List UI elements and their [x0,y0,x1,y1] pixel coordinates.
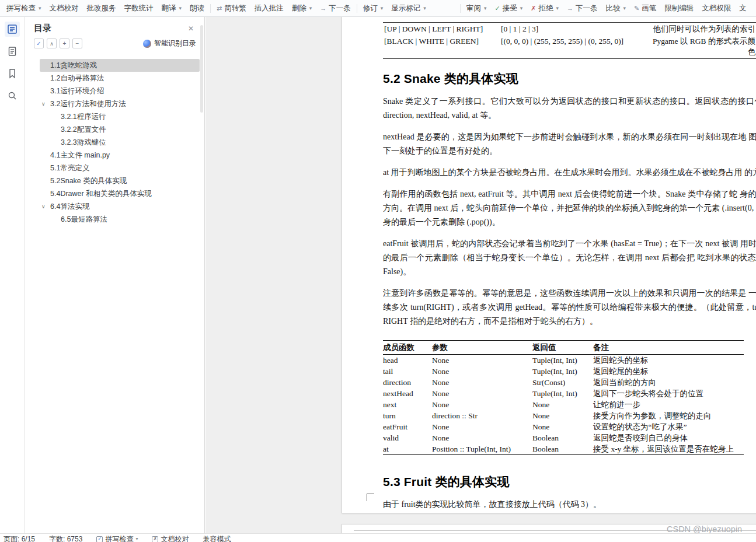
close-icon[interactable] [186,23,196,34]
toc-item[interactable]: 6.5最短路算法 [40,213,200,226]
status-spellcheck-toggle[interactable]: ✓ 拼写检查 ▾ [96,534,138,542]
table-row: head None Tuple(Int, Int) 返回蛇头的坐标 [383,354,744,366]
cell: tail [383,366,432,377]
toc-item[interactable]: 1.2自动寻路算法 [40,72,200,85]
toc-item[interactable]: 3.1运行环境介绍 [40,85,200,97]
toolbar-track-changes[interactable]: 修订 [359,0,388,16]
status-proofread-toggle[interactable]: ✗ 文档校对 [152,534,189,542]
cell: turn [383,410,432,421]
toc-item[interactable]: 5.1常亮定义 [40,162,200,174]
cell: 他们同时可以作为列表的索引 [649,23,756,36]
toc-collapse-button[interactable] [72,39,82,48]
cell: Boolean [532,432,593,443]
toc-item[interactable]: 4.1主文件 main.py [40,149,200,162]
cell: None [432,432,532,443]
toolbar-next-comment[interactable]: →下一条 [316,0,355,16]
toc-item[interactable]: 6.4算法实现 [40,200,200,213]
toc-item[interactable]: 3.2.1程序运行 [40,110,200,123]
review-toolbar: 拼写检查 文档校对 批改服务 字数统计 翻译 朗读 ⇄简转繁 插入批注 删除 →… [0,0,756,17]
cell: direction [383,377,432,388]
cell: nextHead [383,388,432,399]
toc-item[interactable]: 3.2.3游戏键位 [40,136,200,149]
toolbar-pen[interactable]: ✎画笔 [630,0,660,16]
toc-toolbar: 智能识别目录 [25,35,204,52]
chevron-down-icon[interactable] [41,101,46,107]
paragraph: eatFruit 被调用后，蛇的内部状态会记录着当前吃到了一个水果 (hasEa… [383,237,756,279]
toolbar-simplified-traditional[interactable]: ⇄简转繁 [212,0,250,16]
toc-scrollbar[interactable] [200,25,203,113]
toolbar-compare[interactable]: 比较 [601,0,630,16]
bookmark-pane-button[interactable] [5,66,20,81]
constants-table: [UP | DOWN | LEFT | RIGHT] [0 | 1 | 2 | … [383,22,756,59]
toolbar-proofread[interactable]: 文档校对 [46,0,83,16]
column-header: 返回值 [532,340,593,354]
toc-panel-title: 目录 [34,23,51,34]
toolbar-next-change[interactable]: →下一条 [563,0,602,16]
toolbar-spellcheck[interactable]: 拼写检查 [2,0,46,16]
cell: Tuple(Int, Int) [532,388,593,399]
cell: valid [383,432,432,443]
search-pane-button[interactable] [5,88,20,103]
toolbar-document-permission[interactable]: 文档权限 [698,0,735,16]
toolbar-restrict-editing[interactable]: 限制编辑 [660,0,698,16]
status-bar: 页面: 6/15 字数: 6753 ✓ 拼写检查 ▾ ✗ 文档校对 兼容模式 [0,533,756,542]
toc-item[interactable]: 1.1贪吃蛇游戏 [40,59,200,72]
toc-select-button[interactable] [34,39,44,48]
toolbar-word-count[interactable]: 字数统计 [120,0,158,16]
toolbar-insert-comment[interactable]: 插入批注 [250,0,288,16]
toc-expand-button[interactable] [60,39,69,48]
paragraph: 由于 fruit类的实现比较简单，故直接接放上代码（代码 3）。 [383,498,756,512]
table-header-row: 成员函数 参数 返回值 备注 [383,340,744,354]
toc-item[interactable]: 5.4Drawer 和相关类的具体实现 [40,187,200,200]
page-margin-corner-mark [367,494,374,501]
cell: None [432,388,532,399]
toolbar-correction-service[interactable]: 批改服务 [83,0,120,16]
toolbar-translate[interactable]: 翻译 [158,0,186,16]
cell: 接受 x-y 坐标，返回该位置是否在蛇身上 [593,443,744,455]
smart-ai-icon [143,40,151,48]
toolbar-separator [357,4,357,13]
cell: head [383,354,432,366]
page-content: [UP | DOWN | LEFT | RIGHT] [0 | 1 | 2 | … [383,17,756,519]
toolbar-read-aloud[interactable]: 朗读 [186,0,208,16]
toc-item[interactable]: 3.2.2配置文件 [40,123,200,136]
table-row: turn direction :: Str None 接受方向作为参数，调整蛇的… [383,410,744,421]
toolbar-review[interactable]: 审阅 [462,0,491,16]
cell: 返回蛇头的坐标 [593,354,744,366]
toc-item[interactable]: 3.2运行方法和使用方法 [40,97,200,110]
toolbar-reject[interactable]: ✗拒绝 [527,0,563,16]
toc-collapse-all-button[interactable] [47,39,57,48]
cell: 返回蛇尾的坐标 [593,366,744,377]
status-page-indicator[interactable]: 页面: 6/15 [4,534,35,542]
table-row: at Position :: Tuple(Int, Int) Boolean 接… [383,443,744,455]
chevron-down-icon[interactable] [41,204,46,209]
toolbar-delete[interactable]: 删除 [288,0,316,16]
toc-item[interactable]: 5.2Snake 类的具体实现 [40,174,200,187]
cell: None [432,421,532,432]
accept-icon: ✓ [494,5,500,12]
column-header: 参数 [432,340,532,354]
cell: 返回下一步蛇头将会处于的位置 [593,388,744,399]
column-header: 备注 [593,340,744,354]
toolbar-clipped-item[interactable]: 文 [735,0,751,16]
app-window: 拼写检查 文档校对 批改服务 字数统计 翻译 朗读 ⇄简转繁 插入批注 删除 →… [0,0,756,542]
paragraph: Snake 类定义了一系列接口。它们大致可以分为返回状态的接口和更新状态的接口。… [383,95,756,123]
notes-pane-button[interactable] [5,44,20,59]
outline-pane-button[interactable] [5,22,20,37]
document-canvas[interactable]: [UP | DOWN | LEFT | RIGHT] [0 | 1 | 2 | … [205,17,756,533]
cell: Boolean [532,443,593,455]
cell: None [432,354,532,366]
toolbar-show-markup[interactable]: 显示标记 [387,0,430,16]
toc-header: 目录 [25,17,204,35]
toolbar-accept[interactable]: ✓接受 [490,0,527,16]
outline-icon [7,24,18,34]
table-row: valid None Boolean 返回蛇是否咬到自己的身体 [383,432,744,443]
cell: 设置蛇的状态为“吃了水果” [593,421,744,432]
status-word-count[interactable]: 字数: 6753 [49,534,82,542]
smart-recognize-toc-button[interactable]: 智能识别目录 [143,39,196,48]
left-icon-rail [0,17,25,533]
next-arrow-icon: → [567,5,573,12]
table-row: direction None Str(Const) 返回当前蛇的方向 [383,377,744,388]
cell: [UP | DOWN | LEFT | RIGHT] [383,23,500,36]
document-page[interactable]: [UP | DOWN | LEFT | RIGHT] [0 | 1 | 2 | … [342,17,756,513]
